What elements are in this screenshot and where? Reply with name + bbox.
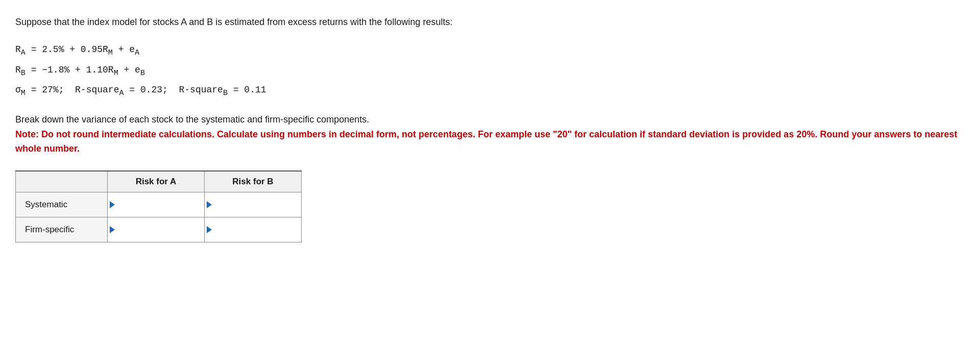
triangle-icon-sys-b	[207, 201, 212, 208]
instructions-note: Note: Do not round intermediate calculat…	[15, 127, 965, 157]
risk-table: Risk for A Risk for B Systematic Firm-sp…	[15, 170, 302, 242]
firm-specific-risk-a-cell[interactable]	[108, 217, 205, 242]
equation-3: σM = 27%; R-squareA = 0.23; R-squareB = …	[15, 82, 965, 100]
equation-1: RA = 2.5% + 0.95RM + eA	[15, 41, 965, 60]
intro-text: Suppose that the index model for stocks …	[15, 15, 965, 29]
firm-specific-risk-a-input[interactable]	[117, 219, 204, 240]
row-firm-specific-label: Firm-specific	[16, 217, 108, 242]
col-risk-b-header: Risk for B	[205, 171, 302, 192]
col-risk-a-header: Risk for A	[108, 171, 205, 192]
systematic-risk-a-input[interactable]	[117, 194, 204, 215]
col-label-header	[16, 171, 108, 192]
systematic-risk-a-cell[interactable]	[108, 192, 205, 217]
triangle-icon-firm-a	[110, 226, 115, 233]
table-row-firm-specific: Firm-specific	[16, 217, 302, 242]
systematic-risk-b-cell[interactable]	[205, 192, 302, 217]
instructions-block: Break down the variance of each stock to…	[15, 112, 965, 156]
triangle-icon-sys-a	[110, 201, 115, 208]
row-systematic-label: Systematic	[16, 192, 108, 217]
triangle-icon-firm-b	[207, 226, 212, 233]
instructions-line1: Break down the variance of each stock to…	[15, 112, 965, 127]
equations-block: RA = 2.5% + 0.95RM + eA RB = −1.8% + 1.1…	[15, 41, 965, 100]
systematic-risk-b-input[interactable]	[214, 194, 301, 215]
table-header-row: Risk for A Risk for B	[16, 171, 302, 192]
table-row-systematic: Systematic	[16, 192, 302, 217]
firm-specific-risk-b-cell[interactable]	[205, 217, 302, 242]
firm-specific-risk-b-input[interactable]	[214, 219, 301, 240]
equation-2: RB = −1.8% + 1.10RM + eB	[15, 62, 965, 80]
